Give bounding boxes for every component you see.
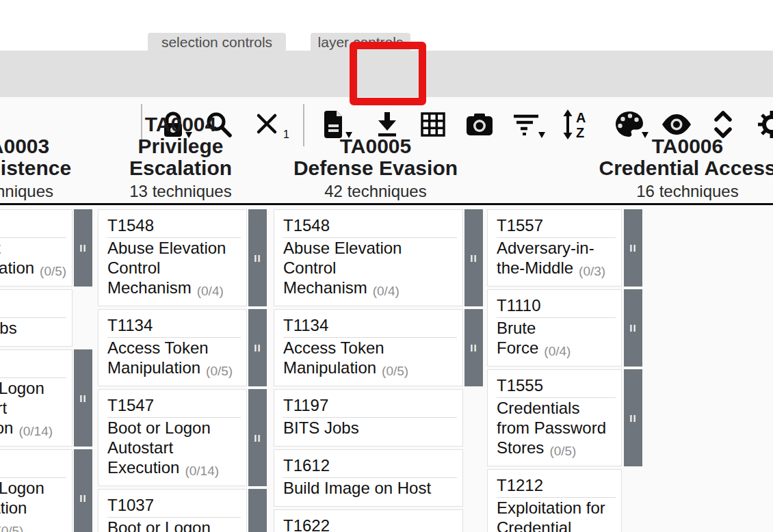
- matrix-header-rule: [0, 203, 773, 205]
- technique-name-line: Autostart: [0, 399, 7, 417]
- technique-name-line: Boot or Logon: [0, 479, 44, 497]
- subtechnique-expand-handle[interactable]: II: [624, 369, 642, 466]
- filter-button[interactable]: [510, 105, 542, 144]
- technique-id: T1134: [283, 313, 457, 338]
- subtechnique-expand-handle[interactable]: II: [248, 309, 267, 386]
- technique-name-line: Credentials: [497, 399, 579, 417]
- subtechnique-count: (0/4): [197, 284, 224, 298]
- technique-id: T1037: [107, 493, 241, 518]
- technique-id: T1547: [0, 354, 66, 378]
- technique-cell-T1098[interactable]: T1098AccountManipulation(0/5): [0, 209, 73, 287]
- subtechnique-count: (0/5): [206, 364, 233, 378]
- technique-name-line: Initialization: [0, 498, 27, 517]
- technique-name-line: Build Image on Host: [283, 479, 431, 497]
- subtechnique-expand-handle[interactable]: II: [74, 209, 92, 287]
- tactic-technique-count: 16 techniques: [585, 182, 773, 201]
- subtechnique-expand-handle[interactable]: II: [464, 209, 483, 306]
- subtechnique-expand-handle[interactable]: II: [74, 349, 92, 447]
- subtechnique-expand-handle[interactable]: II: [248, 489, 267, 532]
- technique-name-line: Stores: [497, 438, 544, 457]
- technique-cell-T1548[interactable]: T1548Abuse ElevationControlMechanism(0/4…: [274, 209, 463, 306]
- technique-name-line: Control: [283, 258, 336, 277]
- technique-name-line: Manipulation: [107, 358, 200, 377]
- subtechnique-expand-handle[interactable]: II: [624, 289, 642, 367]
- technique-name-line: Account: [0, 239, 1, 257]
- subtechnique-expand-handle[interactable]: II: [464, 309, 483, 386]
- technique-name-line: Exploitation for: [497, 498, 605, 517]
- technique-id: T1548: [283, 213, 457, 238]
- subtechnique-count: (0/14): [18, 424, 53, 438]
- highlight-box-download-button: [350, 42, 426, 105]
- subtechnique-count: (0/14): [185, 464, 219, 478]
- technique-name-line: Abuse Elevation: [283, 239, 402, 257]
- tactic-name: Defense Evasion: [263, 157, 488, 179]
- technique-name-line: Credential: [497, 518, 571, 532]
- technique-cell-T1622[interactable]: T1622Debugger Evasion: [274, 509, 463, 532]
- technique-cell-T1612[interactable]: T1612Build Image on Host: [274, 449, 463, 507]
- technique-name-line: Mechanism: [283, 278, 367, 297]
- tactic-header-TA0006: TA0006Credential Access: [585, 112, 773, 179]
- subtechnique-expand-handle[interactable]: II: [248, 389, 267, 486]
- technique-name-line: Control: [107, 258, 160, 277]
- technique-id: T1547: [107, 393, 241, 418]
- technique-cell-T1197[interactable]: T1197BITS Jobs: [0, 289, 73, 347]
- technique-id: T1110: [497, 293, 616, 318]
- technique-name-line: Brute: [497, 319, 536, 337]
- technique-id: T1037: [0, 453, 66, 478]
- technique-cell-T1197[interactable]: T1197BITS Jobs: [274, 389, 463, 447]
- technique-name-line: Access Token: [107, 338, 209, 357]
- technique-id: T1555: [497, 373, 616, 398]
- technique-cell-T1212[interactable]: T1212Exploitation forCredentialAccess: [487, 469, 622, 532]
- subtechnique-expand-handle[interactable]: II: [74, 449, 92, 532]
- technique-id: T1134: [107, 313, 241, 338]
- technique-cell-T1547[interactable]: T1547Boot or LogonAutostartExecution(0/1…: [98, 389, 247, 486]
- tactic-name: Credential Access: [585, 157, 773, 179]
- technique-cell-T1557[interactable]: T1557Adversary-in-the-Middle(0/3): [487, 209, 622, 287]
- technique-id: T1197: [283, 393, 457, 418]
- technique-cell-T1134[interactable]: T1134Access TokenManipulation(0/5): [98, 309, 247, 386]
- subtechnique-count: (0/5): [40, 264, 66, 278]
- dropdown-caret-icon: [538, 132, 545, 138]
- tactic-technique-count: techniques: [0, 182, 92, 201]
- technique-cell-T1110[interactable]: T1110BruteForce(0/4): [487, 289, 622, 367]
- technique-id: T1557: [497, 213, 616, 238]
- subtechnique-count: (0/5): [549, 444, 576, 458]
- technique-cell-T1548[interactable]: T1548Abuse ElevationControlMechanism(0/4…: [98, 209, 247, 306]
- subtechnique-expand-handle[interactable]: II: [624, 209, 642, 287]
- technique-id: T1212: [497, 473, 616, 498]
- technique-name-line: Mechanism: [107, 278, 192, 297]
- subtechnique-count: (0/3): [579, 264, 605, 278]
- technique-id: T1622: [283, 514, 457, 532]
- technique-name-line: Execution: [0, 418, 13, 437]
- technique-name-line: BITS Jobs: [0, 319, 17, 337]
- tactic-id: TA0004: [99, 114, 263, 135]
- tactic-technique-count: 13 techniques: [99, 182, 263, 201]
- technique-name-line: Manipulation: [283, 358, 376, 377]
- technique-name-line: Boot or Logon: [107, 518, 211, 532]
- tactic-name: Persistence: [0, 157, 92, 179]
- subtechnique-count: (0/4): [544, 344, 571, 358]
- technique-id: T1197: [0, 293, 66, 318]
- technique-name-line: Manipulation: [0, 258, 34, 277]
- selection-controls-label-text: selection controls: [161, 34, 272, 51]
- tactic-header-TA0004: TA0004Privilege Escalation: [99, 112, 263, 179]
- technique-name-line: the-Middle: [497, 258, 573, 277]
- tactic-id: TA0005: [263, 135, 488, 157]
- subtechnique-count: (0/5): [382, 364, 408, 378]
- subtechnique-count: (0/4): [373, 284, 399, 298]
- technique-cell-T1547[interactable]: T1547Boot or LogonAutostartExecution(0/1…: [0, 349, 73, 447]
- subtechnique-count: (0/5): [0, 524, 23, 532]
- technique-name-line: Boot or Logon: [0, 379, 44, 397]
- technique-cell-T1134[interactable]: T1134Access TokenManipulation(0/5): [274, 309, 463, 386]
- technique-cell-T1037[interactable]: T1037Boot or LogonInitializationScripts(…: [0, 449, 73, 532]
- technique-id: T1548: [107, 213, 241, 238]
- technique-name-line: Abuse Elevation: [107, 239, 226, 257]
- technique-cell-T1037[interactable]: T1037Boot or LogonInitializationScripts(…: [98, 489, 247, 532]
- svg-text:Z: Z: [576, 125, 584, 140]
- technique-cell-T1555[interactable]: T1555Credentialsfrom PasswordStores(0/5): [487, 369, 622, 466]
- subtechnique-expand-handle[interactable]: II: [248, 209, 267, 306]
- technique-id: T1098: [0, 213, 66, 238]
- tactic-id: TA0003: [0, 135, 92, 157]
- technique-name-line: Access Token: [283, 338, 384, 357]
- technique-name-line: Autostart: [107, 438, 173, 457]
